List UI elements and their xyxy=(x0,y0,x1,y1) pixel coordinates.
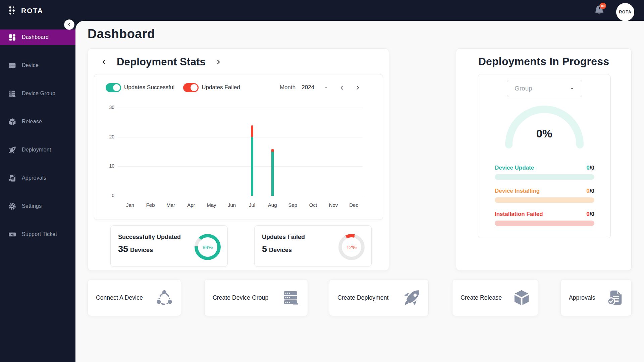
rocket-icon xyxy=(8,146,16,154)
progress-value: 0/0 xyxy=(586,188,594,194)
failed-percent-donut: 12% xyxy=(338,234,365,260)
sidebar-item-approvals[interactable]: Approvals xyxy=(0,170,75,186)
ticket-icon xyxy=(8,230,16,239)
progress-bar xyxy=(495,174,594,180)
action-label: Create Deployment xyxy=(337,294,388,301)
action-card-create-device-group[interactable]: Create Device Group xyxy=(204,279,308,316)
bar-success-segment xyxy=(251,137,253,196)
sidebar-item-settings[interactable]: Settings xyxy=(0,198,75,214)
period-value[interactable]: 2024 xyxy=(302,84,314,91)
sidebar: DashboardDeviceDevice GroupReleaseDeploy… xyxy=(0,0,75,362)
x-axis-month-label: Dec xyxy=(349,202,358,208)
progress-row-device-update: Device Update0/0 xyxy=(495,164,594,180)
updates-failed-summary-card: Updates Failed 5Devices 12% xyxy=(254,225,372,267)
x-axis-month-label: Aug xyxy=(268,202,277,208)
period-next-chevron-icon[interactable] xyxy=(355,85,361,90)
failed-percent-label: 12% xyxy=(338,234,365,260)
x-axis-month-label: Mar xyxy=(166,202,175,208)
stats-prev-chevron-icon[interactable] xyxy=(101,59,107,65)
sidebar-item-label: Device xyxy=(22,62,39,68)
sidebar-item-label: Approvals xyxy=(22,175,46,181)
progress-label: Device Update xyxy=(495,165,534,171)
sidebar-item-label: Device Group xyxy=(22,90,55,97)
progress-bar xyxy=(495,197,594,203)
gridline xyxy=(118,137,363,137)
sidebar-item-label: Support Ticket xyxy=(22,231,57,237)
sidebar-item-label: Settings xyxy=(22,203,42,209)
action-label: Create Device Group xyxy=(213,294,268,301)
x-axis-month-label: Jun xyxy=(228,202,236,208)
device-icon xyxy=(8,61,16,70)
bar-failed-segment xyxy=(251,125,253,137)
progress-value: 0/0 xyxy=(586,211,594,218)
notifications-button[interactable]: 03 xyxy=(594,4,605,16)
period-type-label: Month xyxy=(280,84,296,91)
action-label: Create Release xyxy=(461,294,502,301)
sidebar-item-release[interactable]: Release xyxy=(0,114,75,129)
group-select[interactable]: Group xyxy=(507,80,582,97)
user-avatar[interactable]: ROTA xyxy=(616,3,634,21)
action-card-connect-a-device[interactable]: Connect A Device xyxy=(88,279,181,316)
group-select-placeholder: Group xyxy=(515,85,532,92)
deployments-in-progress-title: Deployments In Progress xyxy=(456,55,631,68)
action-card-approvals[interactable]: Approvals xyxy=(560,279,632,316)
sidebar-item-label: Dashboard xyxy=(22,34,49,40)
y-axis-tick-label: 30 xyxy=(98,105,114,110)
deployment-stats-card: Deployment Stats Updates Successful Upda… xyxy=(88,48,389,271)
x-axis-month-label: Jul xyxy=(249,202,255,208)
updates-bar-chart: 0102030JanFebMarAprMayJunJulAugSepOctNov… xyxy=(118,108,363,196)
y-axis-tick-label: 0 xyxy=(98,193,114,198)
successfully-updated-summary-card: Successfully Updated 35Devices 88% xyxy=(110,225,228,267)
sidebar-item-dashboard[interactable]: Dashboard xyxy=(0,29,75,45)
overall-progress-value: 0% xyxy=(478,127,610,140)
summary-count: 35Devices xyxy=(118,244,153,254)
updates-successful-toggle-label: Updates Successful xyxy=(124,84,174,91)
progress-value: 0/0 xyxy=(586,165,594,171)
page-title: Dashboard xyxy=(88,27,155,41)
stats-next-chevron-icon[interactable] xyxy=(215,59,222,65)
sidebar-item-device-group[interactable]: Device Group xyxy=(0,86,75,101)
deployments-progress-panel: Group 0% Device Update0/0Device Installi… xyxy=(478,74,611,238)
sidebar-item-label: Deployment xyxy=(22,147,51,153)
progress-row-device-installing: Device Installing0/0 xyxy=(495,187,594,203)
sidebar-item-deployment[interactable]: Deployment xyxy=(0,142,75,158)
gridline xyxy=(118,108,363,108)
rocket-icon xyxy=(403,289,421,307)
device-group-icon xyxy=(8,89,16,98)
success-percent-label: 88% xyxy=(195,234,221,260)
updates-failed-toggle-label: Updates Failed xyxy=(202,84,240,91)
updates-successful-toggle[interactable] xyxy=(106,83,121,92)
x-axis-month-label: Oct xyxy=(309,202,317,208)
settings-icon xyxy=(8,202,16,210)
success-percent-donut: 88% xyxy=(195,234,221,260)
x-axis-month-label: Feb xyxy=(146,202,155,208)
network-icon xyxy=(155,289,173,307)
sidebar-collapse-button[interactable] xyxy=(64,19,74,30)
action-label: Approvals xyxy=(569,294,595,301)
period-prev-chevron-icon[interactable] xyxy=(339,85,345,90)
x-axis-month-label: Sep xyxy=(288,202,297,208)
action-card-create-release[interactable]: Create Release xyxy=(452,279,538,316)
y-axis-tick-label: 20 xyxy=(98,134,114,139)
group-caret-down-icon xyxy=(570,86,575,91)
period-caret-down-icon[interactable] xyxy=(324,85,328,90)
sidebar-item-device[interactable]: Device xyxy=(0,58,75,73)
main-content: Dashboard Deployment Stats Updates Succe… xyxy=(75,21,644,362)
action-card-create-deployment[interactable]: Create Deployment xyxy=(329,279,429,316)
x-axis-month-label: Apr xyxy=(187,202,195,208)
device-group-icon xyxy=(282,289,300,307)
notification-count-badge: 03 xyxy=(600,3,606,9)
release-icon xyxy=(513,289,531,307)
gridline xyxy=(118,196,363,196)
bar-success-segment xyxy=(271,152,274,196)
updates-failed-toggle[interactable] xyxy=(183,83,199,92)
x-axis-month-label: Jan xyxy=(126,202,134,208)
dashboard-icon xyxy=(8,33,16,42)
sidebar-item-support-ticket[interactable]: Support Ticket xyxy=(0,227,75,242)
action-label: Connect A Device xyxy=(96,294,143,301)
gridline xyxy=(118,166,363,167)
approvals-icon xyxy=(606,289,624,307)
summary-title: Updates Failed xyxy=(262,234,305,241)
sidebar-menu: DashboardDeviceDevice GroupReleaseDeploy… xyxy=(0,29,75,242)
deployments-in-progress-card: Deployments In Progress Group 0% Device … xyxy=(456,48,632,271)
